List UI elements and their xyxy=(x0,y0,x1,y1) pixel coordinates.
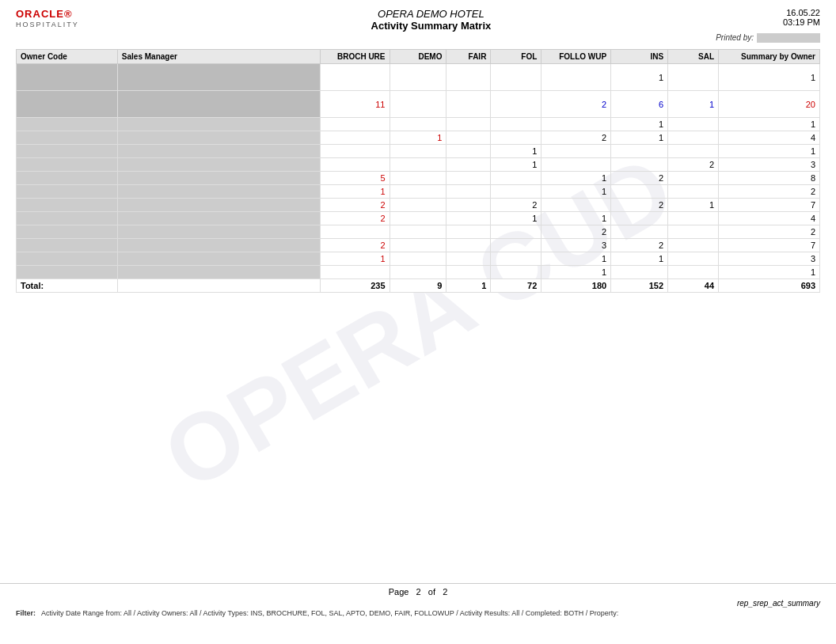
total-fol: 72 xyxy=(491,279,542,293)
ins-cell: 1 xyxy=(611,252,668,266)
followup-cell xyxy=(542,199,611,212)
summary-cell: 4 xyxy=(719,131,820,145)
brochure-cell xyxy=(320,158,390,172)
table-row: 1113 xyxy=(17,252,820,266)
fair-cell xyxy=(446,225,491,239)
brochure-cell: 2 xyxy=(320,239,390,252)
brochure-cell: 11 xyxy=(320,91,390,118)
ins-cell xyxy=(611,185,668,199)
fol-cell xyxy=(491,172,542,185)
owner-code-cell xyxy=(17,252,118,266)
owner-code-cell xyxy=(17,91,118,118)
owner-code-cell xyxy=(17,239,118,252)
sal-cell xyxy=(668,145,719,158)
followup-cell: 1 xyxy=(542,212,611,225)
total-fair: 1 xyxy=(446,279,491,293)
table-row: 11 xyxy=(17,64,820,91)
brochure-cell: 1 xyxy=(320,185,390,199)
total-brochure: 235 xyxy=(320,279,390,293)
summary-cell: 2 xyxy=(719,225,820,239)
page-number-row: Page 2 of 2 xyxy=(16,587,820,597)
sales-manager-cell xyxy=(117,239,320,252)
page-label: Page xyxy=(389,587,409,597)
brochure-cell: 2 xyxy=(320,212,390,225)
page-footer: Page 2 of 2 rep_srep_act_summary Filter:… xyxy=(0,583,836,620)
total-sales-manager xyxy=(117,279,320,293)
demo-cell xyxy=(390,185,446,199)
followup-cell: 1 xyxy=(542,172,611,185)
sal-cell: 2 xyxy=(668,158,719,172)
owner-code-cell xyxy=(17,212,118,225)
demo-cell xyxy=(390,158,446,172)
ins-cell xyxy=(611,145,668,158)
summary-cell: 2 xyxy=(719,185,820,199)
col-owner-code: Owner Code xyxy=(17,50,118,64)
followup-cell: 3 xyxy=(542,239,611,252)
demo-cell xyxy=(390,118,446,131)
ins-cell: 2 xyxy=(611,172,668,185)
total-pages: 2 xyxy=(443,587,447,597)
summary-cell: 3 xyxy=(719,252,820,266)
col-ins: INS xyxy=(611,50,668,64)
fol-cell: 1 xyxy=(491,158,542,172)
printed-by-label: Printed by: xyxy=(716,33,754,43)
sales-manager-cell xyxy=(117,212,320,225)
ins-cell xyxy=(611,266,668,279)
brochure-cell xyxy=(320,145,390,158)
sales-manager-cell xyxy=(117,118,320,131)
followup-cell: 1 xyxy=(542,185,611,199)
sal-cell xyxy=(668,212,719,225)
report-time: 03:19 PM xyxy=(783,17,820,27)
sal-cell xyxy=(668,266,719,279)
brochure-cell xyxy=(320,64,390,91)
ins-cell xyxy=(611,212,668,225)
table-row: 22217 xyxy=(17,199,820,212)
fair-cell xyxy=(446,199,491,212)
fol-cell: 1 xyxy=(491,212,542,225)
fol-cell xyxy=(491,118,542,131)
table-row: 22 xyxy=(17,225,820,239)
sal-cell xyxy=(668,64,719,91)
owner-code-cell xyxy=(17,64,118,91)
total-sal: 44 xyxy=(668,279,719,293)
fol-cell xyxy=(491,185,542,199)
demo-cell xyxy=(390,212,446,225)
demo-cell xyxy=(390,145,446,158)
report-name: rep_srep_act_summary xyxy=(16,599,820,608)
fair-cell xyxy=(446,64,491,91)
fol-cell xyxy=(491,64,542,91)
total-ins: 152 xyxy=(611,279,668,293)
title-center: OPERA DEMO HOTEL Activity Summary Matrix xyxy=(79,8,783,32)
demo-cell xyxy=(390,91,446,118)
ins-cell: 1 xyxy=(611,131,668,145)
demo-cell xyxy=(390,239,446,252)
fair-cell xyxy=(446,172,491,185)
owner-code-cell xyxy=(17,131,118,145)
owner-code-cell xyxy=(17,185,118,199)
col-sal: SAL xyxy=(668,50,719,64)
followup-cell xyxy=(542,64,611,91)
followup-cell xyxy=(542,158,611,172)
table-row: 2327 xyxy=(17,239,820,252)
col-sales-manager: Sales Manager xyxy=(117,50,320,64)
hotel-name: OPERA DEMO HOTEL xyxy=(79,8,783,20)
table-header-row: Owner Code Sales Manager BROCH URE DEMO … xyxy=(17,50,820,64)
brochure-cell: 5 xyxy=(320,172,390,185)
total-demo: 9 xyxy=(390,279,446,293)
brochure-cell xyxy=(320,266,390,279)
table-row: 2114 xyxy=(17,212,820,225)
sal-cell xyxy=(668,239,719,252)
fol-cell xyxy=(491,131,542,145)
summary-cell: 3 xyxy=(719,158,820,172)
summary-cell: 1 xyxy=(719,118,820,131)
fair-cell xyxy=(446,145,491,158)
sal-cell: 1 xyxy=(668,199,719,212)
owner-code-cell xyxy=(17,199,118,212)
demo-cell xyxy=(390,199,446,212)
owner-code-cell xyxy=(17,266,118,279)
brochure-cell xyxy=(320,118,390,131)
col-brochure: BROCH URE xyxy=(320,50,390,64)
summary-cell: 1 xyxy=(719,145,820,158)
followup-cell: 1 xyxy=(542,266,611,279)
demo-cell xyxy=(390,64,446,91)
